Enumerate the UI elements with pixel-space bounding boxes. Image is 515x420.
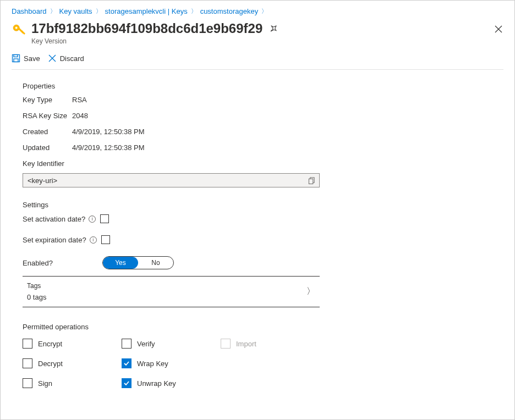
key-identifier-field [23,173,320,187]
chevron-right-icon: 〉 [50,7,56,15]
key-size-label: RSA Key Size [23,112,72,120]
copy-button[interactable] [304,174,319,187]
checkmark-icon [123,360,130,367]
verify-label: Verify [137,340,155,348]
copy-icon [308,177,315,184]
expiration-date-checkbox[interactable] [101,235,110,244]
enabled-yes[interactable]: Yes [103,257,138,269]
save-icon [12,54,20,63]
activation-date-label: Set activation date? [23,215,85,223]
breadcrumb-link[interactable]: customstoragekey [200,7,259,15]
sign-label: Sign [38,379,52,388]
save-button[interactable]: Save [12,54,40,63]
save-label: Save [24,54,40,63]
tags-row[interactable]: Tags 0 tags 〉 [23,277,320,307]
chevron-right-icon: 〉 [306,286,315,297]
checkmark-icon [123,380,130,386]
svg-rect-7 [14,59,18,62]
sign-checkbox[interactable] [23,378,32,388]
key-type-value: RSA [72,96,87,104]
import-checkbox [221,339,231,349]
chevron-right-icon: 〉 [261,7,267,15]
permitted-operations-heading: Permitted operations [23,323,320,331]
enabled-label: Enabled? [23,259,102,267]
unwrap-key-checkbox[interactable] [122,378,132,388]
breadcrumb: Dashboard 〉 Key vaults 〉 storagesamplekv… [12,7,503,15]
toolbar: Save Discard [12,51,503,70]
key-icon [12,23,26,37]
page-subtitle: Key Version [31,37,503,45]
discard-icon [48,54,57,63]
chevron-right-icon: 〉 [96,7,102,15]
breadcrumb-link[interactable]: Dashboard [12,7,47,15]
svg-rect-6 [14,55,18,57]
key-identifier-label: Key Identifier [23,159,320,168]
expiration-date-label: Set expiration date? [23,236,86,244]
enabled-no[interactable]: No [138,257,173,269]
created-value: 4/9/2019, 12:50:38 PM [72,128,145,136]
updated-value: 4/9/2019, 12:50:38 PM [72,143,145,152]
key-type-label: Key Type [23,96,72,104]
svg-rect-9 [309,179,313,184]
key-identifier-input[interactable] [23,174,304,187]
tags-count: 0 tags [27,293,46,301]
verify-checkbox[interactable] [122,339,132,349]
tags-label: Tags [27,282,46,290]
settings-heading: Settings [23,201,320,209]
pin-icon[interactable] [267,23,280,35]
info-icon[interactable]: i [89,215,96,223]
encrypt-label: Encrypt [38,340,62,348]
breadcrumb-link[interactable]: storagesamplekvcli | Keys [105,7,188,15]
chevron-right-icon: 〉 [191,7,197,15]
wrap-key-checkbox[interactable] [122,358,132,368]
discard-button[interactable]: Discard [48,54,84,63]
discard-label: Discard [60,54,84,63]
properties-heading: Properties [23,82,320,90]
activation-date-checkbox[interactable] [100,214,109,223]
key-size-value: 2048 [72,112,88,120]
svg-point-1 [15,27,18,29]
info-icon[interactable]: i [90,236,97,244]
page-title: 17bf9182bb694f109b8dc6d1e9b69f29 [31,21,262,36]
decrypt-checkbox[interactable] [23,358,32,368]
decrypt-label: Decrypt [38,360,63,368]
close-button[interactable] [495,25,502,35]
wrap-key-label: Wrap Key [137,360,168,368]
unwrap-key-label: Unwrap Key [137,379,176,388]
import-label: Import [236,340,256,348]
created-label: Created [23,128,72,136]
enabled-toggle[interactable]: Yes No [102,256,174,269]
updated-label: Updated [23,143,72,152]
breadcrumb-link[interactable]: Key vaults [59,7,92,15]
encrypt-checkbox[interactable] [23,339,32,349]
